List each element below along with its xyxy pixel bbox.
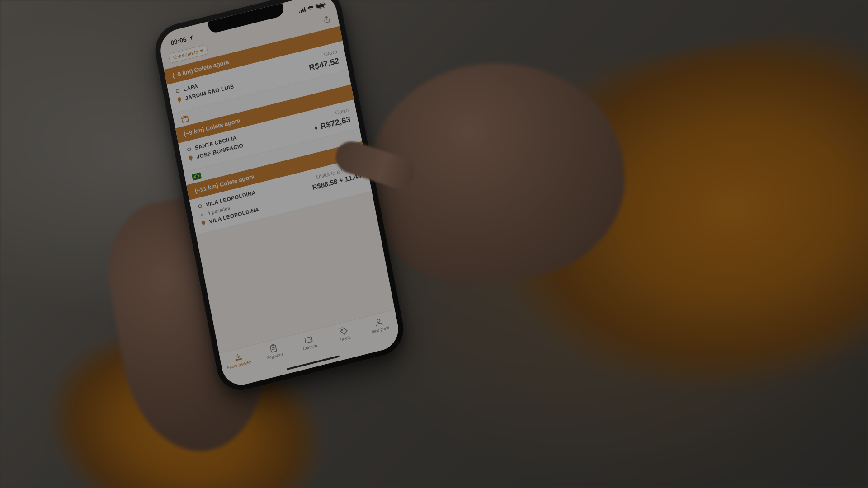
svg-rect-13 [305, 337, 312, 343]
svg-point-9 [187, 148, 191, 152]
signal-icon [298, 7, 306, 14]
wallet-icon [303, 334, 314, 345]
share-icon[interactable] [322, 14, 332, 24]
battery-icon [315, 2, 326, 9]
flag-br-icon [192, 172, 202, 181]
clipboard-icon [268, 343, 278, 354]
wifi-icon [307, 5, 315, 11]
svg-rect-1 [301, 10, 302, 13]
svg-rect-6 [325, 4, 326, 5]
nav-label: Registros [266, 352, 284, 360]
bolt-icon [313, 124, 319, 132]
svg-point-11 [201, 214, 203, 216]
svg-point-14 [341, 329, 343, 330]
circle-icon [199, 212, 205, 217]
location-arrow-icon [188, 35, 194, 42]
svg-rect-12 [270, 345, 277, 352]
user-icon [373, 317, 384, 328]
origin-label: LAPA [183, 83, 198, 93]
pin-icon [188, 155, 193, 161]
svg-rect-3 [304, 7, 306, 12]
svg-rect-0 [299, 11, 300, 13]
calendar-icon [180, 114, 190, 124]
nav-records[interactable]: Registros [255, 340, 293, 363]
circle-icon [175, 88, 180, 94]
svg-point-15 [377, 319, 380, 323]
home-indicator[interactable] [287, 355, 340, 370]
nav-label: Meu perfil [371, 325, 389, 334]
svg-rect-8 [182, 116, 189, 122]
circle-icon [187, 147, 192, 152]
tag-icon [339, 325, 349, 336]
nav-wallet[interactable]: Carteira [290, 331, 328, 354]
status-time: 09:06 [170, 35, 187, 46]
download-icon [233, 352, 243, 362]
nav-profile[interactable]: Meu perfil [360, 314, 398, 337]
nav-orders[interactable]: Fazer pedidos [220, 348, 258, 371]
circle-icon [198, 203, 203, 209]
svg-rect-2 [302, 9, 304, 13]
pin-icon [177, 97, 182, 103]
pin-icon [201, 220, 206, 226]
nav-rates[interactable]: Tarefa [325, 322, 363, 345]
svg-point-7 [176, 89, 179, 93]
svg-point-10 [198, 204, 202, 208]
